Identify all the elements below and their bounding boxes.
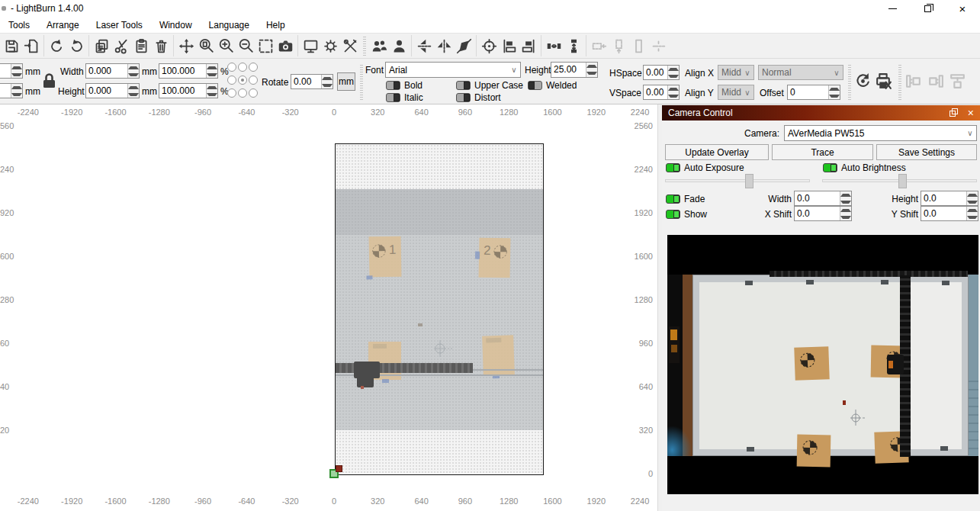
- position-laser-icon[interactable]: [479, 36, 499, 56]
- units-button[interactable]: mm: [337, 72, 355, 91]
- fade-toggle[interactable]: [666, 194, 680, 204]
- distribute-v-icon[interactable]: [564, 36, 583, 56]
- font-combobox[interactable]: Arial∨: [385, 62, 521, 78]
- anchor-tr[interactable]: [249, 63, 258, 72]
- overlay-crosshair: [432, 339, 452, 358]
- bold-toggle[interactable]: [386, 81, 400, 90]
- x-shift-label: X Shift: [761, 209, 792, 220]
- upper-case-toggle[interactable]: [456, 81, 471, 90]
- width-spinner[interactable]: 0.000: [85, 63, 140, 79]
- distribute-h-icon[interactable]: [544, 36, 564, 56]
- height-percent-spinner[interactable]: 100.000: [159, 83, 218, 98]
- italic-toggle[interactable]: [386, 93, 400, 102]
- anchor-grid[interactable]: [227, 61, 259, 99]
- save-icon[interactable]: [2, 36, 21, 56]
- menu-help[interactable]: Help: [258, 17, 294, 34]
- brightness-slider[interactable]: [822, 179, 977, 182]
- font-height-spinner[interactable]: 25.00: [551, 62, 598, 78]
- overlay-height-label: Height: [886, 194, 918, 204]
- align-right-edge-icon[interactable]: [519, 36, 538, 56]
- anchor-tl[interactable]: [227, 63, 236, 72]
- zoom-to-page-icon[interactable]: [196, 36, 216, 56]
- preview-icon[interactable]: [300, 36, 320, 56]
- settings-icon[interactable]: [320, 36, 340, 56]
- flip-horizontal-icon[interactable]: [434, 36, 454, 56]
- menu-arrange[interactable]: Arrange: [38, 17, 88, 34]
- rotate-spinner[interactable]: 0.00: [291, 74, 333, 89]
- import-icon[interactable]: [21, 36, 41, 56]
- dock-bottom-icon[interactable]: [948, 72, 967, 91]
- anchor-c[interactable]: [238, 76, 247, 85]
- undo-icon[interactable]: [47, 36, 66, 56]
- design-canvas[interactable]: -2240-1920-1600-1280-960-640-32003206409…: [0, 104, 657, 511]
- cut-icon[interactable]: [111, 36, 131, 56]
- y-shift-spinner[interactable]: 0.0: [921, 206, 978, 221]
- camera-panel-header[interactable]: Camera Control ×: [662, 105, 980, 121]
- pan-icon[interactable]: [176, 36, 196, 56]
- ruler-label: 2240: [621, 497, 657, 506]
- menu-laser-tools[interactable]: Laser Tools: [88, 17, 151, 34]
- anchor-b[interactable]: [238, 88, 247, 98]
- zoom-in-icon[interactable]: [216, 36, 236, 56]
- restore-button[interactable]: [910, 0, 945, 17]
- dock-right-icon[interactable]: [926, 72, 945, 91]
- menu-language[interactable]: Language: [201, 17, 258, 34]
- overlay-height-spinner[interactable]: 0.0: [921, 191, 978, 206]
- vspace-spinner[interactable]: 0.00: [643, 85, 680, 100]
- mirror-line-icon[interactable]: [454, 36, 474, 56]
- show-toggle[interactable]: [666, 210, 680, 219]
- distort-toggle[interactable]: [456, 93, 471, 102]
- close-button[interactable]: ×: [945, 0, 980, 17]
- frame-selection-icon[interactable]: [255, 36, 275, 56]
- x-shift-spinner[interactable]: 0.0: [794, 206, 852, 221]
- ungroup-icon[interactable]: [389, 36, 409, 56]
- auto-brightness-toggle[interactable]: [823, 163, 837, 172]
- print-cut-icon[interactable]: [874, 72, 893, 91]
- anchor-l[interactable]: [227, 76, 236, 85]
- ruler-label: 240: [0, 165, 23, 174]
- flip-vertical-icon[interactable]: [414, 36, 434, 56]
- trace-button[interactable]: Trace: [772, 144, 873, 160]
- align-y-combobox[interactable]: Middle∨: [718, 85, 754, 100]
- refresh-overlay-icon[interactable]: [853, 72, 872, 91]
- offset-spinner[interactable]: 0: [787, 85, 840, 100]
- dock-left-icon[interactable]: [904, 72, 924, 91]
- anchor-br[interactable]: [249, 88, 258, 98]
- auto-exposure-toggle[interactable]: [666, 163, 680, 172]
- xpos-spinner[interactable]: [0, 63, 23, 79]
- redo-icon[interactable]: [66, 36, 86, 56]
- exposure-slider[interactable]: [665, 179, 810, 182]
- copy-icon[interactable]: [92, 36, 111, 56]
- menu-window[interactable]: Window: [151, 17, 201, 34]
- anchor-bl[interactable]: [227, 88, 236, 98]
- group-icon[interactable]: [369, 36, 389, 56]
- zoom-out-icon[interactable]: [236, 36, 255, 56]
- anchor-t[interactable]: [238, 63, 247, 72]
- panel-float-icon[interactable]: [949, 108, 959, 117]
- ypos-spinner[interactable]: [0, 83, 23, 98]
- toolbar-drag-handle[interactable]: [363, 36, 366, 56]
- lock-aspect-icon[interactable]: [40, 72, 58, 92]
- paste-icon[interactable]: [131, 36, 151, 56]
- save-settings-button[interactable]: Save Settings: [876, 144, 977, 160]
- panel-close-icon[interactable]: ×: [968, 107, 974, 119]
- delete-icon[interactable]: [151, 36, 171, 56]
- overlay-width-spinner[interactable]: 0.0: [794, 191, 852, 206]
- update-overlay-button[interactable]: Update Overlay: [665, 144, 769, 160]
- menu-tools[interactable]: Tools: [0, 17, 38, 34]
- style-combobox[interactable]: Normal∨: [758, 65, 843, 80]
- align-left-edge-icon[interactable]: [499, 36, 519, 56]
- camera-combobox[interactable]: AVerMedia PW515∨: [784, 125, 977, 141]
- camera-capture-icon[interactable]: [275, 36, 295, 56]
- anchor-r[interactable]: [249, 76, 258, 85]
- hspace-spinner[interactable]: 0.00: [643, 65, 680, 80]
- height-spinner[interactable]: 0.000: [85, 83, 140, 98]
- machine-workspace[interactable]: 1 2: [335, 143, 544, 475]
- minimize-button[interactable]: [875, 0, 910, 17]
- device-settings-icon[interactable]: [340, 36, 360, 56]
- welded-toggle[interactable]: [528, 81, 542, 90]
- width-percent-spinner[interactable]: 100.000: [159, 63, 218, 79]
- properties-toolbar: mm mm Width 0.000 mm 100.000 % Height 0.…: [0, 59, 980, 104]
- ruler-label: 20: [0, 426, 23, 435]
- align-x-combobox[interactable]: Middle∨: [718, 65, 754, 80]
